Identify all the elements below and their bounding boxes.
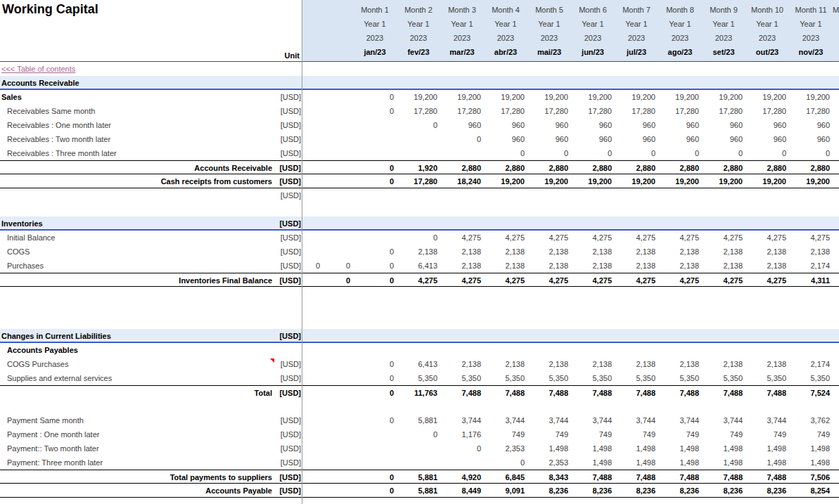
cell-jan/23[interactable]: 0 <box>353 484 397 497</box>
label-cell-receivables-same-month[interactable]: Receivables Same month <box>0 104 276 118</box>
cell-ago/23[interactable] <box>658 76 702 89</box>
cell-pre-1[interactable] <box>302 357 328 371</box>
cell-pre-1[interactable] <box>302 329 328 342</box>
cell-set/23[interactable]: 960 <box>702 132 745 146</box>
cell-mar/23[interactable]: 7,488 <box>440 386 484 399</box>
cell-jan/23[interactable]: 0 <box>353 413 397 427</box>
cell-nov/23[interactable]: 2,174 <box>789 357 833 371</box>
cell-pre-2[interactable] <box>328 343 353 357</box>
cell-jul/23[interactable]: 7,488 <box>615 386 658 399</box>
cell-abr/23[interactable] <box>484 343 527 357</box>
cell-pre-2[interactable] <box>328 441 353 455</box>
cell-pre-1[interactable] <box>302 470 328 483</box>
label-cell-accounts-receivable[interactable]: Accounts Receivable <box>0 161 276 174</box>
label-cell-payment-three-month-later[interactable]: Payment: Three month later <box>0 455 276 470</box>
cell-jul/23[interactable]: 17,280 <box>615 104 658 118</box>
cell-pre-2[interactable] <box>328 62 353 76</box>
cell-pre-1[interactable] <box>302 188 328 202</box>
unit-cell[interactable]: [USD] <box>276 413 302 427</box>
cell-fev/23[interactable]: 0 <box>397 427 440 441</box>
cell-out/23[interactable] <box>745 217 789 229</box>
cell-abr/23[interactable]: 960 <box>484 118 527 132</box>
cell-ago/23[interactable]: 4,275 <box>658 231 702 245</box>
month-header-jul-23[interactable]: Month 7Year 12023jul/23 <box>615 3 658 61</box>
cell-mai/23[interactable]: 0 <box>527 146 571 160</box>
label-cell-payment-same-month[interactable]: Payment Same month <box>0 413 276 427</box>
cell-fev/23[interactable] <box>397 217 440 229</box>
cell-jul/23[interactable] <box>615 188 658 202</box>
cell-pre-2[interactable] <box>328 104 353 118</box>
cell-mai/23[interactable]: 17,280 <box>527 104 571 118</box>
cell-abr/23[interactable] <box>484 217 527 229</box>
cell-out/23[interactable]: 2,138 <box>745 259 789 273</box>
cell-pre-2[interactable] <box>328 357 353 371</box>
cell-ago/23[interactable] <box>658 217 702 229</box>
cell-set/23[interactable] <box>702 188 745 202</box>
cell-mar/23[interactable]: 0 <box>440 441 484 455</box>
label-cell-initial-balance[interactable]: Initial Balance <box>0 231 276 245</box>
cell-mar/23[interactable]: 19,200 <box>440 90 484 104</box>
cell-mar/23[interactable] <box>440 76 484 89</box>
cell-out/23[interactable]: 3,744 <box>745 413 789 427</box>
cell-jun/23[interactable]: 1,498 <box>571 455 615 470</box>
cell-pre-2[interactable] <box>328 76 353 89</box>
cell-jun/23[interactable]: 1,498 <box>571 441 615 455</box>
cell-fev/23[interactable]: 5,881 <box>397 484 440 497</box>
cell-jan/23[interactable] <box>353 329 397 342</box>
cell-set/23[interactable]: 2,138 <box>702 357 745 371</box>
cell-jul/23[interactable]: 2,138 <box>615 357 658 371</box>
cell-jun/23[interactable]: 7,488 <box>571 470 615 483</box>
cell-fev/23[interactable] <box>397 329 440 342</box>
cell-mai/23[interactable] <box>527 76 571 89</box>
cell-pre-2[interactable] <box>328 386 353 399</box>
unit-cell[interactable]: [USD] <box>276 455 302 470</box>
cell-nov/23[interactable]: 8,254 <box>789 484 833 497</box>
unit-cell[interactable] <box>276 62 302 76</box>
cell-nov/23[interactable]: 3,762 <box>789 413 833 427</box>
cell-jun/23[interactable]: 3,744 <box>571 413 615 427</box>
cell-jan/23[interactable]: 0 <box>353 104 397 118</box>
cell-fev/23[interactable]: 17,280 <box>397 174 440 188</box>
cell-jun/23[interactable]: 960 <box>571 132 615 146</box>
label-cell-cogs[interactable]: COGS <box>0 245 276 259</box>
cell-out/23[interactable]: 2,138 <box>745 245 789 259</box>
cell-out/23[interactable]: 1,498 <box>745 455 789 470</box>
unit-cell[interactable] <box>276 343 302 357</box>
cell-jul/23[interactable]: 5,350 <box>615 371 658 385</box>
cell-fev/23[interactable]: 1,920 <box>397 161 440 174</box>
cell-abr/23[interactable]: 2,880 <box>484 161 527 174</box>
month-header-set-23[interactable]: Month 9Year 12023set/23 <box>702 3 745 61</box>
cell-pre-2[interactable] <box>328 470 353 483</box>
cell-jul/23[interactable]: 19,200 <box>615 90 658 104</box>
cell-pre-1[interactable]: 0 <box>302 259 328 273</box>
cell-ago/23[interactable]: 19,200 <box>658 174 702 188</box>
cell-jan/23[interactable]: 0 <box>353 245 397 259</box>
cell-abr/23[interactable]: 2,138 <box>484 357 527 371</box>
cell-pre-2[interactable] <box>328 118 353 132</box>
cell-ago/23[interactable]: 749 <box>658 427 702 441</box>
cell-set/23[interactable]: 2,138 <box>702 259 745 273</box>
cell-jul/23[interactable]: 19,200 <box>615 174 658 188</box>
cell-nov/23[interactable]: 960 <box>789 132 833 146</box>
cell-jul/23[interactable]: 7,488 <box>615 470 658 483</box>
cell-jul/23[interactable]: 960 <box>615 132 658 146</box>
cell-jul/23[interactable]: 8,236 <box>615 484 658 497</box>
cell-jun/23[interactable]: 2,138 <box>571 357 615 371</box>
month-header-jun-23[interactable]: Month 6Year 12023jun/23 <box>571 3 615 61</box>
label-cell-supplies-and-external-services[interactable]: Supplies and external services <box>0 371 276 385</box>
cell-jul/23[interactable] <box>615 329 658 342</box>
cell-mar/23[interactable] <box>440 62 484 76</box>
cell-fev/23[interactable]: 17,280 <box>397 104 440 118</box>
cell-pre-2[interactable] <box>328 161 353 174</box>
cell-fev/23[interactable]: 0 <box>397 231 440 245</box>
cell-fev/23[interactable] <box>397 188 440 202</box>
cell-abr/23[interactable]: 2,353 <box>484 441 527 455</box>
unit-cell[interactable]: [USD] <box>276 441 302 455</box>
cell-nov/23[interactable]: 960 <box>789 118 833 132</box>
cell-pre-1[interactable] <box>302 273 328 286</box>
cell-nov/23[interactable]: 4,275 <box>789 231 833 245</box>
cell-abr/23[interactable]: 0 <box>484 455 527 470</box>
cell-jul/23[interactable]: 2,880 <box>615 161 658 174</box>
cell-fev/23[interactable] <box>397 76 440 89</box>
cell-pre-2[interactable] <box>328 245 353 259</box>
